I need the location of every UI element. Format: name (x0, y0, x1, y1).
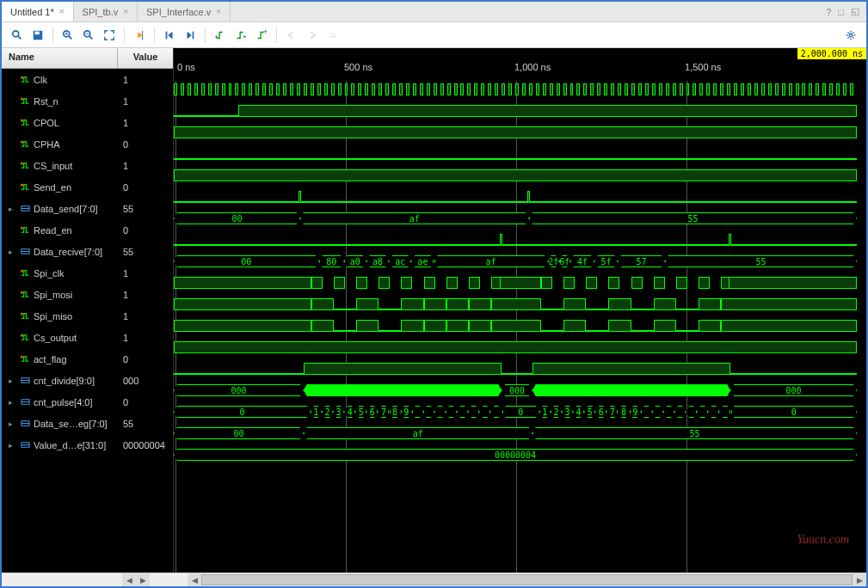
zoom-out-icon[interactable] (80, 27, 97, 44)
signal-row[interactable]: Spi_miso1 (2, 305, 173, 327)
signal-row[interactable]: ▸cnt_pulse[4:0]0 (2, 391, 173, 413)
close-icon[interactable]: × (123, 7, 128, 16)
signal-name: cnt_divide[9:0] (34, 376, 95, 386)
signal-row[interactable]: act_flag0 (2, 348, 173, 370)
signal-value: 0 (118, 181, 173, 194)
wave-row: 000000000 (174, 382, 866, 403)
value-header[interactable]: Value (118, 48, 173, 68)
restore-icon[interactable]: ◱ (851, 6, 859, 17)
signal-value: 1 (118, 159, 173, 173)
ruler-tick-label: 0 ns (177, 62, 195, 72)
expand-icon[interactable]: ▸ (9, 441, 17, 450)
signal-list[interactable]: Clk1Rst_n1CPOL1CPHA0CS_input1Send_en0▸Da… (2, 69, 173, 573)
time-ruler[interactable]: 0 ns 500 ns 1,000 ns 1,500 ns (174, 60, 866, 81)
signal-name: cnt_pulse[4:0] (34, 397, 93, 407)
tab-spi-interface[interactable]: SPI_Interface.v× (138, 2, 231, 21)
signal-name: Read_en (34, 225, 72, 236)
watermark: Yuucn.com (797, 533, 849, 547)
cursor-time-badge: 2,000.000 ns (797, 48, 866, 59)
maximize-icon[interactable]: □ (838, 7, 844, 17)
svg-rect-24 (21, 227, 23, 230)
signal-name: CS_input (34, 161, 72, 171)
svg-line-7 (69, 35, 72, 39)
search-icon[interactable] (9, 27, 26, 44)
prev-edge-icon[interactable] (212, 27, 229, 44)
close-icon[interactable]: × (216, 7, 221, 16)
signal-value: 1 (118, 95, 173, 108)
expand-icon[interactable]: ▸ (9, 398, 17, 407)
scroll-left-icon[interactable]: ◀ (122, 573, 136, 587)
expand-icon[interactable]: ▸ (9, 420, 17, 428)
svg-rect-16 (21, 77, 23, 79)
signal-value: 1 (118, 266, 173, 280)
wave-row: 00af55 (174, 425, 866, 446)
signal-row[interactable]: Cs_output1 (2, 327, 173, 348)
signal-name: Data_se…eg[7:0] (34, 419, 108, 429)
tab-spi-tb[interactable]: SPI_tb.v× (74, 2, 138, 21)
zoom-in-icon[interactable] (59, 27, 77, 44)
signal-row[interactable]: Spi_mosi1 (2, 284, 173, 305)
scroll-right-icon[interactable]: ▶ (853, 573, 866, 587)
signal-value: 000 (118, 374, 173, 388)
wave-row (174, 339, 866, 360)
wave-row (174, 102, 866, 124)
save-icon[interactable] (29, 27, 46, 44)
goto-start-icon[interactable] (161, 27, 178, 44)
signal-row[interactable]: ▸Data_recive[7:0]55 (2, 241, 173, 262)
scroll-right-icon[interactable]: ▶ (136, 573, 150, 587)
signal-row[interactable]: Spi_clk1 (2, 262, 173, 284)
wave-row (174, 188, 866, 210)
expand-icon[interactable]: ▸ (9, 248, 17, 256)
signal-row[interactable]: ▸Data_send[7:0]55 (2, 198, 173, 219)
prev-tr-icon[interactable] (283, 27, 300, 44)
settings-icon[interactable] (842, 27, 859, 44)
column-header: Name Value (2, 48, 173, 69)
signal-value: 0 (118, 138, 173, 151)
next-tr-icon[interactable] (304, 27, 321, 44)
waveform-rows[interactable]: 00af550080a0a8acaeaf2f6f4f5f575500000000… (174, 81, 866, 573)
scroll-left-icon[interactable]: ◀ (188, 573, 201, 587)
zoom-fit-icon[interactable] (101, 27, 118, 44)
goto-end-icon[interactable] (182, 27, 199, 44)
name-header[interactable]: Name (2, 48, 118, 68)
scroll-track[interactable] (201, 573, 853, 586)
waveform-area[interactable]: 2,000.000 ns 0 ns 500 ns 1,000 ns 1,500 … (174, 48, 866, 573)
tab-untitled[interactable]: Untitled 1*× (2, 2, 74, 21)
svg-point-15 (849, 34, 853, 37)
wave-row (174, 296, 866, 317)
signal-row[interactable]: Clk1 (2, 69, 173, 90)
signal-row[interactable]: CPHA0 (2, 133, 173, 155)
signal-row[interactable]: ▸Value_d…e[31:0]00000004 (2, 434, 173, 456)
signal-name: Rst_n (34, 96, 58, 107)
ruler-tick-label: 500 ns (344, 62, 372, 72)
horizontal-scrollbar[interactable]: ◀ ▶ ◀ ▶ (2, 573, 866, 586)
help-icon[interactable]: ? (826, 7, 831, 17)
wave-row: 00af55 (174, 210, 866, 231)
signal-name: CPHA (34, 139, 60, 150)
signal-name: Spi_miso (34, 311, 72, 322)
expand-icon[interactable]: ▸ (9, 205, 17, 213)
signal-row[interactable]: ▸Data_se…eg[7:0]55 (2, 413, 173, 434)
signal-row[interactable]: Rst_n1 (2, 90, 173, 112)
signal-name: Value_d…e[31:0] (34, 440, 106, 450)
signal-row[interactable]: ▸cnt_divide[9:0]000 (2, 370, 173, 391)
close-icon[interactable]: × (59, 7, 65, 16)
signal-row[interactable]: CPOL1 (2, 112, 173, 133)
scroll-thumb[interactable] (201, 574, 853, 585)
signal-value: 1 (118, 73, 173, 87)
svg-rect-3 (35, 31, 40, 34)
svg-rect-20 (21, 162, 23, 165)
ruler-tick-label: 1,000 ns (514, 62, 551, 72)
signal-row[interactable]: CS_input1 (2, 155, 173, 176)
signal-name: Data_recive[7:0] (34, 247, 102, 257)
goto-cursor-icon[interactable] (131, 27, 148, 44)
next-edge-icon[interactable] (232, 27, 249, 44)
signal-row[interactable]: Send_en0 (2, 176, 173, 198)
workspace: Name Value Clk1Rst_n1CPOL1CPHA0CS_input1… (2, 48, 866, 573)
expand-icon[interactable]: ▸ (9, 377, 17, 385)
signal-row[interactable]: Read_en0 (2, 219, 173, 241)
swap-icon[interactable] (324, 27, 342, 44)
signal-name: Send_en (34, 182, 71, 193)
add-marker-icon[interactable]: + (253, 27, 270, 44)
signal-value: 55 (118, 417, 173, 431)
